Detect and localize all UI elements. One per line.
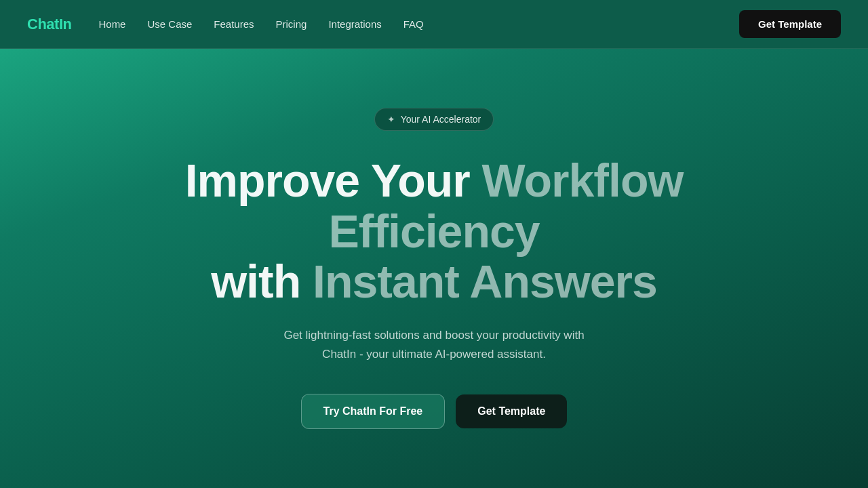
hero-title-line1: Improve Your Workflow Efficiency (185, 155, 684, 257)
nav-link-features[interactable]: Features (214, 18, 254, 30)
badge-icon: ✦ (387, 114, 395, 125)
nav-item-faq[interactable]: FAQ (403, 18, 424, 30)
nav-link-use-case[interactable]: Use Case (147, 18, 192, 30)
hero-subtitle: Get lightning-fast solutions and boost y… (271, 326, 597, 364)
nav-link-pricing[interactable]: Pricing (276, 18, 307, 30)
nav-link-faq[interactable]: FAQ (403, 18, 424, 30)
logo-text-highlight: In (59, 16, 72, 33)
hero-get-template-button[interactable]: Get Template (456, 394, 567, 428)
hero-buttons: Try ChatIn For Free Get Template (301, 394, 568, 429)
nav-left: ChatIn Home Use Case Features Pricing In… (27, 16, 424, 33)
nav-get-template-button[interactable]: Get Template (739, 10, 841, 38)
hero-title-normal-1: Improve Your (185, 155, 482, 206)
hero-title-normal-2: with (211, 256, 313, 307)
nav-item-pricing[interactable]: Pricing (276, 18, 307, 30)
nav-item-use-case[interactable]: Use Case (147, 18, 192, 30)
navbar: ChatIn Home Use Case Features Pricing In… (0, 0, 868, 49)
hero-title: Improve Your Workflow Efficiency with In… (129, 155, 739, 307)
try-free-button[interactable]: Try ChatIn For Free (301, 394, 446, 429)
hero-title-highlight-2: Instant Answers (313, 256, 657, 307)
nav-item-home[interactable]: Home (98, 18, 125, 30)
nav-item-integrations[interactable]: Integrations (328, 18, 381, 30)
hero-section: ✦ Your AI Accelerator Improve Your Workf… (0, 0, 868, 488)
logo: ChatIn (27, 16, 71, 33)
nav-item-features[interactable]: Features (214, 18, 254, 30)
logo-text-prefix: Chat (27, 16, 59, 33)
badge-text: Your AI Accelerator (401, 114, 481, 125)
hero-title-line2: with Instant Answers (211, 256, 657, 307)
hero-badge: ✦ Your AI Accelerator (374, 108, 494, 131)
nav-links: Home Use Case Features Pricing Integrati… (98, 18, 423, 30)
nav-link-integrations[interactable]: Integrations (328, 18, 381, 30)
nav-link-home[interactable]: Home (98, 18, 125, 30)
